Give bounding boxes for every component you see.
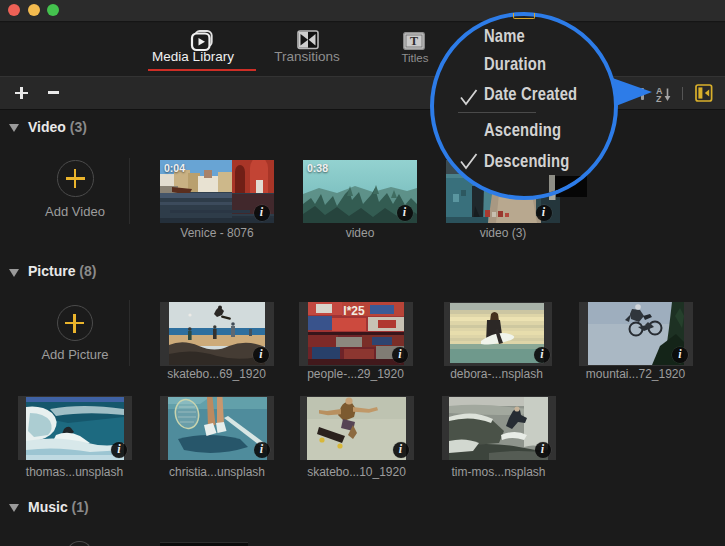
svg-text:T: T bbox=[410, 34, 418, 48]
svg-text:I*25: I*25 bbox=[343, 304, 365, 318]
